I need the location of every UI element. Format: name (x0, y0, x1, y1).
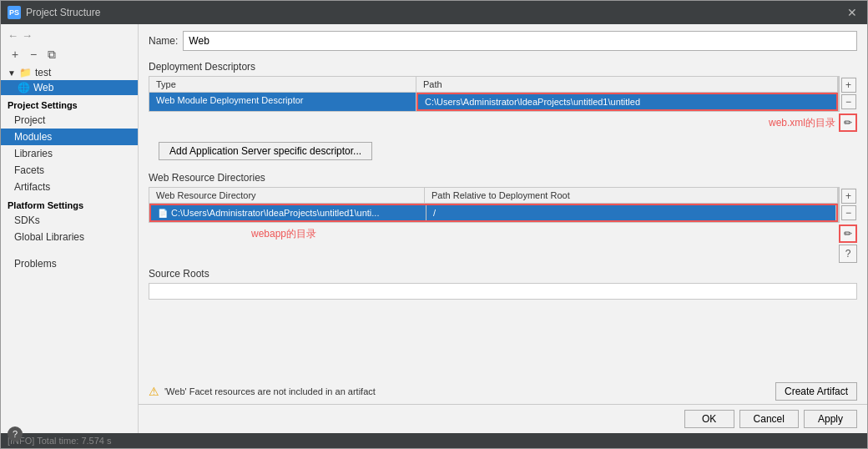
add-descriptor-button[interactable]: + (841, 78, 856, 93)
tree-arrow: ▼ (8, 68, 16, 78)
name-input[interactable] (183, 31, 857, 51)
title-text: Project Structure (26, 7, 100, 18)
help-table-button[interactable]: ? (839, 245, 857, 263)
add-tree-item-button[interactable]: + (8, 47, 23, 62)
web-resource-label: Web Resource Directories (139, 169, 867, 187)
main-content: ← → + − ⧉ ▼ 📁 test 🌐 (1, 24, 867, 433)
status-bar: [INFO] Total time: 7.574 s (1, 433, 867, 448)
title-bar: PS Project Structure ✕ (1, 1, 867, 24)
edit-icon: ✏ (844, 117, 852, 129)
deployment-table-buttons: + − (839, 76, 857, 112)
web-resource-table: Web Resource Directory Path Relative to … (149, 187, 839, 223)
deployment-table-row[interactable]: Web Module Deployment Descriptor C:\User… (149, 93, 838, 111)
td-webresdir: 📄 C:\Users\Administrator\IdeaProjects\un… (151, 205, 426, 220)
th-pathrelative: Path Relative to Deployment Root (425, 188, 838, 203)
deployment-edit-row: web.xml的目录 ✏ (149, 114, 857, 132)
sidebar-item-sdks[interactable]: SDKs (1, 212, 138, 229)
add-descriptor-btn-row: Add Application Server specific descript… (149, 137, 857, 165)
webapp-annotation: webapp的目录 (159, 225, 409, 243)
source-roots-table (149, 283, 857, 300)
web-resource-area: Web Resource Directory Path Relative to … (149, 187, 857, 223)
apply-button[interactable]: Apply (804, 410, 857, 428)
sidebar-item-problems[interactable]: Problems (1, 255, 138, 272)
web-xml-annotation: web.xml的目录 (769, 114, 839, 132)
source-roots-label: Source Roots (139, 265, 867, 283)
sidebar-toolbar: ← → (1, 28, 138, 45)
th-path: Path (416, 77, 838, 92)
project-structure-dialog: PS Project Structure ✕ ← → + − ⧉ (0, 0, 868, 449)
create-artifact-button[interactable]: Create Artifact (775, 382, 857, 401)
sidebar-item-global-libraries[interactable]: Global Libraries (1, 229, 138, 245)
sidebar-item-modules[interactable]: Modules (1, 129, 138, 145)
tree-project[interactable]: ▼ 📁 test (1, 65, 138, 80)
bottom-bar: OK Cancel Apply (139, 404, 867, 433)
tree-module-web[interactable]: 🌐 Web (1, 80, 138, 95)
right-panel: Name: Deployment Descriptors Type Path W… (139, 24, 867, 433)
edit-webresource-button[interactable]: ✏ (839, 224, 857, 243)
add-descriptor-btn[interactable]: Add Application Server specific descript… (159, 142, 372, 160)
sidebar-item-libraries[interactable]: Libraries (1, 145, 138, 162)
deployment-table-header: Type Path (149, 77, 838, 93)
cancel-button[interactable]: Cancel (739, 410, 799, 428)
name-label: Name: (149, 35, 178, 47)
web-module-icon: 🌐 (18, 82, 30, 93)
td-pathrelative: / (426, 205, 836, 220)
th-type: Type (149, 77, 416, 92)
project-label: test (35, 67, 51, 78)
sidebar-item-project[interactable]: Project (1, 112, 138, 129)
remove-tree-item-button[interactable]: − (26, 47, 41, 62)
copy-tree-item-button[interactable]: ⧉ (44, 47, 59, 62)
forward-arrow[interactable]: → (22, 29, 33, 42)
warning-row: ⚠ 'Web' Facet resources are not included… (139, 379, 867, 404)
sidebar-item-artifacts[interactable]: Artifacts (1, 179, 138, 195)
platform-settings-header: Platform Settings (1, 195, 138, 212)
title-bar-left: PS Project Structure (8, 6, 100, 19)
web-module-label: Web (33, 82, 53, 93)
web-resource-table-header: Web Resource Directory Path Relative to … (149, 188, 838, 204)
td-type: Web Module Deployment Descriptor (149, 93, 416, 111)
deployment-descriptors-label: Deployment Descriptors (139, 58, 867, 76)
deployment-table: Type Path Web Module Deployment Descript… (149, 76, 839, 112)
folder-icon: 📁 (19, 67, 32, 78)
sidebar-tree: + − ⧉ ▼ 📁 test 🌐 Web Project Settings (1, 45, 138, 430)
remove-webresource-button[interactable]: − (841, 205, 856, 220)
project-settings-header: Project Settings (1, 95, 138, 112)
app-icon: PS (8, 6, 21, 19)
sidebar: ← → + − ⧉ ▼ 📁 test 🌐 (1, 24, 139, 433)
name-row: Name: (139, 24, 867, 58)
add-webresource-button[interactable]: + (841, 189, 856, 204)
web-resource-table-row[interactable]: 📄 C:\Users\Administrator\IdeaProjects\un… (149, 204, 838, 222)
edit-descriptor-button[interactable]: ✏ (839, 114, 857, 132)
back-arrow[interactable]: ← (8, 29, 18, 42)
status-text: [INFO] Total time: 7.574 s (8, 436, 112, 446)
web-resource-table-buttons: + − (839, 187, 857, 223)
sidebar-item-facets[interactable]: Facets (1, 162, 138, 179)
remove-descriptor-button[interactable]: − (841, 94, 856, 109)
warning-icon: ⚠ (149, 385, 159, 398)
help-button[interactable]: ? (8, 426, 23, 441)
warning-text: 'Web' Facet resources are not included i… (164, 386, 770, 396)
td-path: C:\Users\Administrator\IdeaProjects\unti… (416, 93, 838, 111)
deployment-descriptors-area: Type Path Web Module Deployment Descript… (149, 76, 857, 112)
close-button[interactable]: ✕ (844, 4, 860, 21)
webresource-edit-row: webapp的目录 ✏ (149, 224, 857, 243)
ok-button[interactable]: OK (684, 410, 734, 428)
th-webresdir: Web Resource Directory (149, 188, 425, 203)
edit-webresource-icon: ✏ (844, 228, 852, 240)
